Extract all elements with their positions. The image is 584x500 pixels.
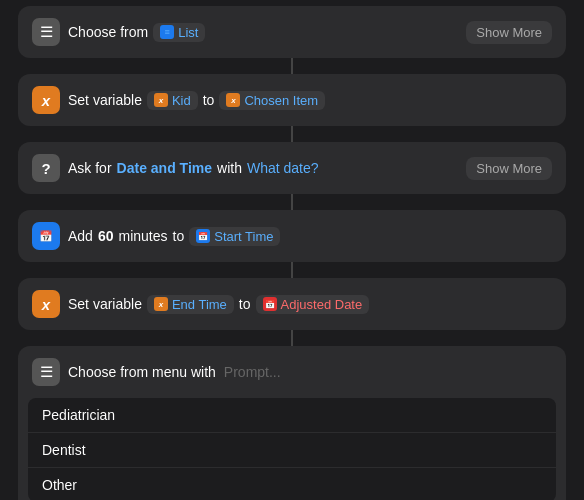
to-text-2: to: [173, 228, 185, 244]
menu-item-dentist[interactable]: Dentist: [28, 433, 556, 468]
menu-item-pediatrician[interactable]: Pediatrician: [28, 398, 556, 433]
block-content: Choose from ≡ List: [68, 23, 458, 42]
block-content-4: Add 60 minutes to 📅 Start Time: [68, 227, 552, 246]
workflow-container: ☰ Choose from ≡ List Show More x Set var…: [0, 0, 584, 500]
end-time-token[interactable]: x End Time: [147, 295, 234, 314]
connector-1: [291, 58, 293, 74]
variable-icon-2: x: [32, 290, 60, 318]
menu-label: Choose from menu with: [68, 364, 216, 380]
ask-icon: ?: [32, 154, 60, 182]
start-time-label: Start Time: [214, 229, 273, 244]
block-content-2: Set variable x Kid to x Chosen Item: [68, 91, 552, 110]
to-text-1: to: [203, 92, 215, 108]
show-more-button-3[interactable]: Show More: [466, 157, 552, 180]
chosen-item-token[interactable]: x Chosen Item: [219, 91, 325, 110]
end-time-token-label: End Time: [172, 297, 227, 312]
set-variable-label: Set variable: [68, 92, 142, 108]
ask-for-label: Ask for: [68, 160, 112, 176]
menu-icon: ☰: [32, 358, 60, 386]
end-time-token-icon: x: [154, 297, 168, 311]
show-more-button-1[interactable]: Show More: [466, 21, 552, 44]
kid-token[interactable]: x Kid: [147, 91, 198, 110]
choose-from-list-block: ☰ Choose from ≡ List Show More: [18, 6, 566, 58]
adjusted-date-label: Adjusted Date: [281, 297, 363, 312]
list-token-label: List: [178, 25, 198, 40]
add-minutes-block: 📅 Add 60 minutes to 📅 Start Time: [18, 210, 566, 262]
list-token-icon: ≡: [160, 25, 174, 39]
start-time-icon: 📅: [196, 229, 210, 243]
connector-5: [291, 330, 293, 346]
amount-label: 60: [98, 228, 114, 244]
list-token[interactable]: ≡ List: [153, 23, 205, 42]
start-time-token[interactable]: 📅 Start Time: [189, 227, 280, 246]
adjusted-date-icon: 📅: [263, 297, 277, 311]
set-variable-label-2: Set variable: [68, 296, 142, 312]
with-text: with: [217, 160, 242, 176]
block-content-5: Set variable x End Time to 📅 Adjusted Da…: [68, 295, 552, 314]
ask-for-date-block: ? Ask for Date and Time with What date? …: [18, 142, 566, 194]
menu-items-list: Pediatrician Dentist Other: [28, 398, 556, 500]
choose-from-label: Choose from: [68, 24, 148, 40]
unit-label: minutes: [119, 228, 168, 244]
chosen-item-label: Chosen Item: [244, 93, 318, 108]
variable-icon-1: x: [32, 86, 60, 114]
to-text-3: to: [239, 296, 251, 312]
connector-4: [291, 262, 293, 278]
choose-from-menu-block: ☰ Choose from menu with Prompt... Pediat…: [18, 346, 566, 500]
date-time-token[interactable]: Date and Time: [117, 160, 212, 176]
kid-token-label: Kid: [172, 93, 191, 108]
connector-3: [291, 194, 293, 210]
list-icon: ☰: [32, 18, 60, 46]
add-label: Add: [68, 228, 93, 244]
set-variable-endtime-block: x Set variable x End Time to 📅 Adjusted …: [18, 278, 566, 330]
block-content-3: Ask for Date and Time with What date?: [68, 160, 458, 176]
set-variable-kid-block: x Set variable x Kid to x Chosen Item: [18, 74, 566, 126]
menu-item-other[interactable]: Other: [28, 468, 556, 500]
what-date-token[interactable]: What date?: [247, 160, 319, 176]
connector-2: [291, 126, 293, 142]
chosen-item-icon: x: [226, 93, 240, 107]
prompt-placeholder[interactable]: Prompt...: [224, 364, 281, 380]
kid-token-icon: x: [154, 93, 168, 107]
adjusted-date-token[interactable]: 📅 Adjusted Date: [256, 295, 370, 314]
menu-header: ☰ Choose from menu with Prompt...: [18, 346, 566, 398]
calendar-icon: 📅: [32, 222, 60, 250]
